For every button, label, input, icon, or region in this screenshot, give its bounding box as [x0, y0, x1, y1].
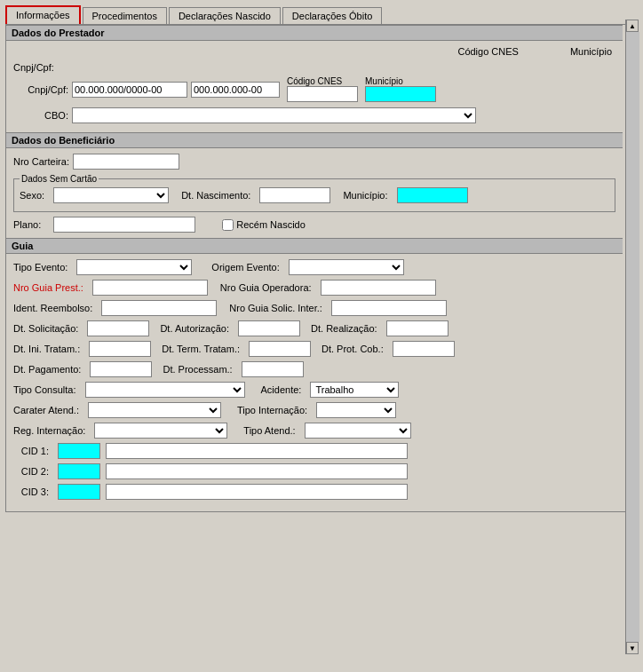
- municipio-prestador-label: Município: [365, 76, 403, 86]
- dt-realizacao-label: Dt. Realização:: [311, 323, 377, 334]
- section-header-prestador: Dados do Prestador: [6, 25, 623, 41]
- cid2-code-input[interactable]: [58, 463, 100, 479]
- dt-nascimento-input[interactable]: [259, 187, 330, 203]
- cid2-label: CID 2:: [13, 466, 49, 477]
- codigo-cnes-input[interactable]: [287, 86, 358, 102]
- ident-reembolso-input[interactable]: [101, 300, 217, 316]
- dt-realizacao-input[interactable]: [386, 320, 449, 336]
- tab-declaracoes-nascido[interactable]: Declarações Nascido: [169, 7, 281, 24]
- tipo-evento-label: Tipo Evento:: [13, 262, 67, 273]
- carater-atend-select[interactable]: [88, 402, 221, 418]
- tab-informacoes[interactable]: Informações: [5, 5, 81, 24]
- tipo-consulta-label: Tipo Consulta:: [13, 384, 76, 395]
- codigo-cnes-label-inline: Código CNES: [287, 76, 342, 86]
- tipo-internacao-select[interactable]: [316, 402, 396, 418]
- dt-solicitacao-input[interactable]: [87, 320, 149, 336]
- plano-input[interactable]: [53, 217, 195, 233]
- dados-sem-cartao-fieldset: Dados Sem Cartão Sexo: Masculino Feminin…: [13, 174, 615, 212]
- cid1-code-input[interactable]: [58, 443, 100, 459]
- cbo-select[interactable]: [72, 107, 476, 123]
- municipio-benef-input[interactable]: [397, 187, 468, 203]
- tab-declaracoes-obito[interactable]: Declarações Óbito: [282, 7, 383, 24]
- main-container: Informações Procedimentos Declarações Na…: [0, 0, 643, 514]
- scrollbar: ▲ ▼: [625, 20, 639, 654]
- nro-guia-operadora-input[interactable]: [321, 280, 436, 296]
- recem-nascido-checkbox[interactable]: [222, 219, 234, 231]
- scroll-up-btn[interactable]: ▲: [626, 20, 639, 32]
- cnpj-label: Cnpj/Cpf:: [13, 62, 54, 73]
- nro-guia-solic-inter-input[interactable]: [331, 300, 447, 316]
- plano-label: Plano:: [13, 219, 41, 230]
- cid3-label: CID 3:: [13, 486, 49, 497]
- acidente-label: Acidente:: [261, 384, 302, 395]
- cnpj-cpf-label: Cnpj/Cpf:: [13, 84, 68, 95]
- dt-autorizacao-label: Dt. Autorização:: [160, 323, 229, 334]
- sexo-select[interactable]: Masculino Feminino: [53, 187, 169, 203]
- dt-ini-tratam-label: Dt. Ini. Tratam.:: [13, 344, 80, 354]
- dt-term-tratam-label: Dt. Term. Tratam.:: [162, 344, 240, 354]
- dados-sem-cartao-legend: Dados Sem Cartão: [20, 174, 99, 184]
- tipo-consulta-select[interactable]: [85, 382, 245, 398]
- carater-atend-label: Carater Atend.:: [13, 405, 79, 415]
- reg-internacao-label: Reg. Internação:: [13, 425, 85, 436]
- section-header-beneficiario: Dados do Beneficiário: [6, 132, 623, 148]
- tab-procedimentos[interactable]: Procedimentos: [83, 7, 167, 24]
- dt-pagamento-label: Dt. Pagamento:: [13, 364, 81, 375]
- scroll-down-btn[interactable]: ▼: [626, 642, 639, 654]
- dt-solicitacao-label: Dt. Solicitação:: [13, 323, 78, 334]
- section-content-guia: Tipo Evento: Origem Evento: Nro Guia Pre…: [6, 254, 623, 511]
- dt-prot-cob-input[interactable]: [393, 341, 455, 357]
- origem-evento-select[interactable]: [289, 259, 404, 275]
- section-content-beneficiario: Nro Carteira: Dados Sem Cartão Sexo: Mas…: [6, 148, 623, 238]
- nro-guia-prest-label: Nro Guia Prest.:: [13, 282, 83, 293]
- codigo-cnes-label: Código CNES: [457, 46, 518, 57]
- dt-processam-input[interactable]: [242, 361, 304, 377]
- dt-term-tratam-input[interactable]: [249, 341, 311, 357]
- ident-reembolso-label: Ident. Reembolso:: [13, 303, 92, 313]
- dt-processam-label: Dt. Processam.:: [163, 364, 232, 375]
- nro-carteira-label: Nro Carteira:: [13, 156, 69, 167]
- cid2-desc-input[interactable]: [106, 463, 408, 479]
- tipo-evento-select[interactable]: [76, 259, 192, 275]
- dt-prot-cob-label: Dt. Prot. Cob.:: [322, 344, 384, 354]
- scroll-track: [626, 32, 639, 642]
- acidente-select[interactable]: Trabalho Trânsito Outros: [310, 382, 399, 398]
- recem-nascido-label: Recém Nascido: [236, 219, 306, 230]
- nro-guia-operadora-label: Nro Guia Operadora:: [220, 282, 312, 293]
- cid3-code-input[interactable]: [58, 484, 100, 500]
- reg-internacao-select[interactable]: [94, 423, 227, 439]
- dt-nascimento-label: Dt. Nascimento:: [181, 190, 250, 201]
- tipo-atend-label: Tipo Atend.:: [243, 425, 295, 436]
- form-area: Dados do Prestador Código CNES Município: [5, 24, 638, 512]
- section-header-guia: Guia: [6, 238, 623, 254]
- nro-guia-solic-inter-label: Nro Guia Solic. Inter.:: [229, 303, 322, 313]
- nro-carteira-input[interactable]: [73, 154, 179, 170]
- cpf-field[interactable]: [191, 82, 280, 98]
- cid3-desc-input[interactable]: [106, 484, 408, 500]
- municipio-benef-label: Município:: [343, 190, 387, 201]
- tabs-bar: Informações Procedimentos Declarações Na…: [2, 2, 641, 24]
- cbo-label: CBO:: [13, 110, 68, 121]
- cnpj-field[interactable]: [72, 82, 187, 98]
- dt-ini-tratam-input[interactable]: [89, 341, 151, 357]
- origem-evento-label: Origem Evento:: [211, 262, 279, 273]
- tipo-internacao-label: Tipo Internação:: [237, 405, 307, 415]
- section-content-prestador: Código CNES Município Cnpj/Cpf:: [6, 41, 623, 132]
- dt-autorizacao-input[interactable]: [238, 320, 300, 336]
- cid1-label: CID 1:: [13, 446, 49, 456]
- cid1-desc-input[interactable]: [106, 443, 408, 459]
- nro-guia-prest-input[interactable]: [92, 280, 208, 296]
- recem-nascido-checkbox-label[interactable]: Recém Nascido: [222, 219, 306, 231]
- municipio-top-label: Município: [570, 46, 612, 57]
- municipio-prestador-input[interactable]: [365, 86, 436, 102]
- dt-pagamento-input[interactable]: [90, 361, 152, 377]
- tipo-atend-select[interactable]: [305, 423, 411, 439]
- sexo-label: Sexo:: [20, 190, 44, 201]
